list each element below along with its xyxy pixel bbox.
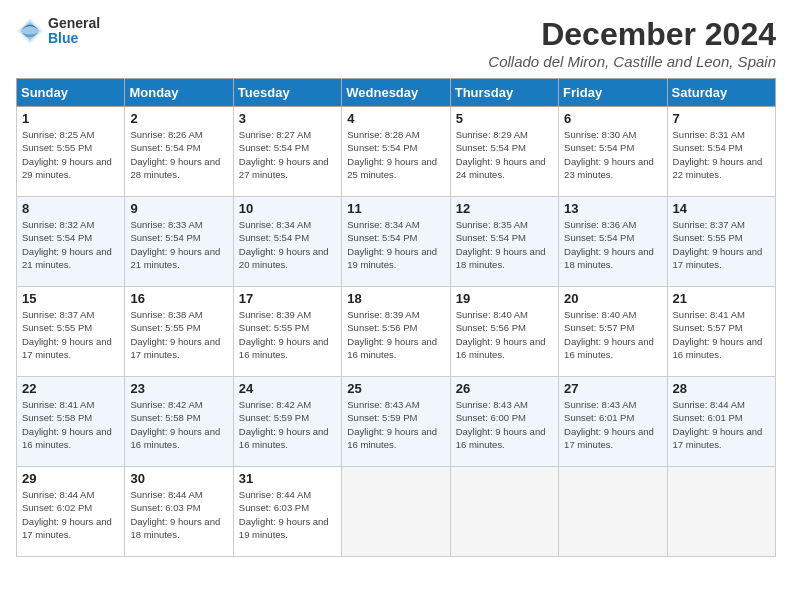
- day-number: 17: [239, 291, 336, 306]
- day-info: Sunrise: 8:43 AM Sunset: 6:00 PM Dayligh…: [456, 398, 553, 451]
- day-info: Sunrise: 8:36 AM Sunset: 5:54 PM Dayligh…: [564, 218, 661, 271]
- day-number: 10: [239, 201, 336, 216]
- logo-text: General Blue: [48, 16, 100, 47]
- calendar-day-cell: [342, 467, 450, 557]
- day-number: 9: [130, 201, 227, 216]
- day-number: 7: [673, 111, 770, 126]
- calendar-day-cell: 6 Sunrise: 8:30 AM Sunset: 5:54 PM Dayli…: [559, 107, 667, 197]
- calendar-day-cell: 21 Sunrise: 8:41 AM Sunset: 5:57 PM Dayl…: [667, 287, 775, 377]
- calendar-day-cell: 5 Sunrise: 8:29 AM Sunset: 5:54 PM Dayli…: [450, 107, 558, 197]
- calendar-day-cell: 1 Sunrise: 8:25 AM Sunset: 5:55 PM Dayli…: [17, 107, 125, 197]
- day-number: 26: [456, 381, 553, 396]
- weekday-header-monday: Monday: [125, 79, 233, 107]
- calendar-day-cell: 20 Sunrise: 8:40 AM Sunset: 5:57 PM Dayl…: [559, 287, 667, 377]
- day-info: Sunrise: 8:44 AM Sunset: 6:01 PM Dayligh…: [673, 398, 770, 451]
- weekday-header-saturday: Saturday: [667, 79, 775, 107]
- day-number: 4: [347, 111, 444, 126]
- calendar-day-cell: 4 Sunrise: 8:28 AM Sunset: 5:54 PM Dayli…: [342, 107, 450, 197]
- day-info: Sunrise: 8:37 AM Sunset: 5:55 PM Dayligh…: [22, 308, 119, 361]
- day-number: 3: [239, 111, 336, 126]
- day-info: Sunrise: 8:31 AM Sunset: 5:54 PM Dayligh…: [673, 128, 770, 181]
- calendar-day-cell: 8 Sunrise: 8:32 AM Sunset: 5:54 PM Dayli…: [17, 197, 125, 287]
- day-info: Sunrise: 8:34 AM Sunset: 5:54 PM Dayligh…: [239, 218, 336, 271]
- calendar-day-cell: 29 Sunrise: 8:44 AM Sunset: 6:02 PM Dayl…: [17, 467, 125, 557]
- day-info: Sunrise: 8:40 AM Sunset: 5:57 PM Dayligh…: [564, 308, 661, 361]
- day-number: 29: [22, 471, 119, 486]
- day-info: Sunrise: 8:41 AM Sunset: 5:57 PM Dayligh…: [673, 308, 770, 361]
- calendar-day-cell: [559, 467, 667, 557]
- day-number: 20: [564, 291, 661, 306]
- calendar-day-cell: 30 Sunrise: 8:44 AM Sunset: 6:03 PM Dayl…: [125, 467, 233, 557]
- day-info: Sunrise: 8:43 AM Sunset: 5:59 PM Dayligh…: [347, 398, 444, 451]
- calendar-day-cell: 7 Sunrise: 8:31 AM Sunset: 5:54 PM Dayli…: [667, 107, 775, 197]
- day-info: Sunrise: 8:28 AM Sunset: 5:54 PM Dayligh…: [347, 128, 444, 181]
- day-number: 1: [22, 111, 119, 126]
- day-info: Sunrise: 8:38 AM Sunset: 5:55 PM Dayligh…: [130, 308, 227, 361]
- day-info: Sunrise: 8:42 AM Sunset: 5:58 PM Dayligh…: [130, 398, 227, 451]
- calendar-day-cell: 10 Sunrise: 8:34 AM Sunset: 5:54 PM Dayl…: [233, 197, 341, 287]
- calendar-day-cell: 23 Sunrise: 8:42 AM Sunset: 5:58 PM Dayl…: [125, 377, 233, 467]
- weekday-header-tuesday: Tuesday: [233, 79, 341, 107]
- day-number: 19: [456, 291, 553, 306]
- day-info: Sunrise: 8:40 AM Sunset: 5:56 PM Dayligh…: [456, 308, 553, 361]
- calendar-day-cell: 25 Sunrise: 8:43 AM Sunset: 5:59 PM Dayl…: [342, 377, 450, 467]
- day-number: 8: [22, 201, 119, 216]
- calendar-table: SundayMondayTuesdayWednesdayThursdayFrid…: [16, 78, 776, 557]
- day-number: 2: [130, 111, 227, 126]
- calendar-week-row: 1 Sunrise: 8:25 AM Sunset: 5:55 PM Dayli…: [17, 107, 776, 197]
- day-info: Sunrise: 8:32 AM Sunset: 5:54 PM Dayligh…: [22, 218, 119, 271]
- calendar-week-row: 22 Sunrise: 8:41 AM Sunset: 5:58 PM Dayl…: [17, 377, 776, 467]
- weekday-header-sunday: Sunday: [17, 79, 125, 107]
- logo-blue-text: Blue: [48, 31, 100, 46]
- calendar-day-cell: 28 Sunrise: 8:44 AM Sunset: 6:01 PM Dayl…: [667, 377, 775, 467]
- day-info: Sunrise: 8:39 AM Sunset: 5:56 PM Dayligh…: [347, 308, 444, 361]
- day-number: 24: [239, 381, 336, 396]
- calendar-week-row: 15 Sunrise: 8:37 AM Sunset: 5:55 PM Dayl…: [17, 287, 776, 377]
- calendar-week-row: 8 Sunrise: 8:32 AM Sunset: 5:54 PM Dayli…: [17, 197, 776, 287]
- day-number: 11: [347, 201, 444, 216]
- day-info: Sunrise: 8:33 AM Sunset: 5:54 PM Dayligh…: [130, 218, 227, 271]
- weekday-header-thursday: Thursday: [450, 79, 558, 107]
- calendar-day-cell: 18 Sunrise: 8:39 AM Sunset: 5:56 PM Dayl…: [342, 287, 450, 377]
- day-info: Sunrise: 8:43 AM Sunset: 6:01 PM Dayligh…: [564, 398, 661, 451]
- calendar-day-cell: 15 Sunrise: 8:37 AM Sunset: 5:55 PM Dayl…: [17, 287, 125, 377]
- logo-icon: [16, 17, 44, 45]
- calendar-day-cell: 17 Sunrise: 8:39 AM Sunset: 5:55 PM Dayl…: [233, 287, 341, 377]
- logo: General Blue: [16, 16, 100, 47]
- calendar-day-cell: 12 Sunrise: 8:35 AM Sunset: 5:54 PM Dayl…: [450, 197, 558, 287]
- calendar-day-cell: 14 Sunrise: 8:37 AM Sunset: 5:55 PM Dayl…: [667, 197, 775, 287]
- day-number: 5: [456, 111, 553, 126]
- day-number: 30: [130, 471, 227, 486]
- day-number: 22: [22, 381, 119, 396]
- day-number: 14: [673, 201, 770, 216]
- calendar-day-cell: 26 Sunrise: 8:43 AM Sunset: 6:00 PM Dayl…: [450, 377, 558, 467]
- day-info: Sunrise: 8:26 AM Sunset: 5:54 PM Dayligh…: [130, 128, 227, 181]
- weekday-header-friday: Friday: [559, 79, 667, 107]
- calendar-day-cell: [667, 467, 775, 557]
- title-section: December 2024 Collado del Miron, Castill…: [488, 16, 776, 70]
- day-info: Sunrise: 8:44 AM Sunset: 6:03 PM Dayligh…: [130, 488, 227, 541]
- day-number: 23: [130, 381, 227, 396]
- day-number: 28: [673, 381, 770, 396]
- calendar-day-cell: [450, 467, 558, 557]
- calendar-day-cell: 3 Sunrise: 8:27 AM Sunset: 5:54 PM Dayli…: [233, 107, 341, 197]
- day-info: Sunrise: 8:44 AM Sunset: 6:02 PM Dayligh…: [22, 488, 119, 541]
- calendar-day-cell: 9 Sunrise: 8:33 AM Sunset: 5:54 PM Dayli…: [125, 197, 233, 287]
- page-header: General Blue December 2024 Collado del M…: [16, 16, 776, 70]
- weekday-header-wednesday: Wednesday: [342, 79, 450, 107]
- calendar-day-cell: 13 Sunrise: 8:36 AM Sunset: 5:54 PM Dayl…: [559, 197, 667, 287]
- calendar-day-cell: 11 Sunrise: 8:34 AM Sunset: 5:54 PM Dayl…: [342, 197, 450, 287]
- month-title: December 2024: [488, 16, 776, 53]
- calendar-day-cell: 16 Sunrise: 8:38 AM Sunset: 5:55 PM Dayl…: [125, 287, 233, 377]
- day-number: 13: [564, 201, 661, 216]
- day-info: Sunrise: 8:30 AM Sunset: 5:54 PM Dayligh…: [564, 128, 661, 181]
- calendar-day-cell: 19 Sunrise: 8:40 AM Sunset: 5:56 PM Dayl…: [450, 287, 558, 377]
- calendar-day-cell: 24 Sunrise: 8:42 AM Sunset: 5:59 PM Dayl…: [233, 377, 341, 467]
- day-number: 12: [456, 201, 553, 216]
- calendar-day-cell: 27 Sunrise: 8:43 AM Sunset: 6:01 PM Dayl…: [559, 377, 667, 467]
- day-number: 6: [564, 111, 661, 126]
- day-number: 21: [673, 291, 770, 306]
- day-number: 27: [564, 381, 661, 396]
- day-info: Sunrise: 8:27 AM Sunset: 5:54 PM Dayligh…: [239, 128, 336, 181]
- calendar-week-row: 29 Sunrise: 8:44 AM Sunset: 6:02 PM Dayl…: [17, 467, 776, 557]
